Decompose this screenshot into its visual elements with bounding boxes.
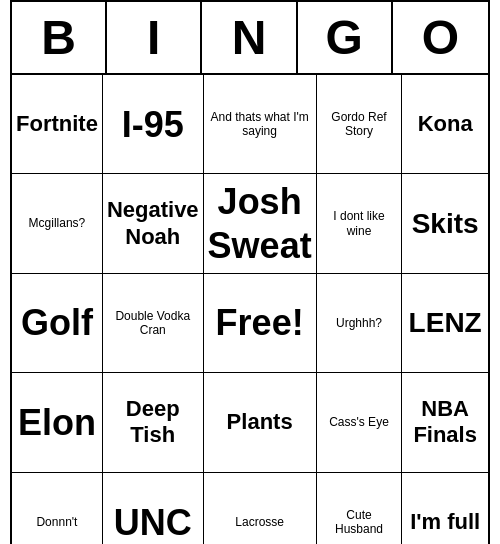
cell-label: Skits — [412, 207, 479, 241]
bingo-cell[interactable]: Negative Noah — [103, 174, 204, 273]
bingo-cell[interactable]: Double Vodka Cran — [103, 274, 204, 373]
header-letter: I — [107, 2, 202, 73]
bingo-cell[interactable]: Cass's Eye — [317, 373, 403, 472]
cell-label: Elon — [18, 401, 96, 444]
bingo-cell[interactable]: NBA Finals — [402, 373, 488, 472]
cell-label: Lacrosse — [235, 515, 284, 529]
bingo-cell[interactable]: I dont like wine — [317, 174, 403, 273]
cell-label: And thats what I'm saying — [208, 110, 312, 139]
bingo-cell[interactable]: Golf — [12, 274, 103, 373]
cell-label: Negative Noah — [107, 197, 199, 250]
bingo-cell[interactable]: LENZ — [402, 274, 488, 373]
bingo-cell[interactable]: Plants — [204, 373, 317, 472]
cell-label: Urghhh? — [336, 316, 382, 330]
cell-label: I-95 — [122, 103, 184, 146]
bingo-cell[interactable]: Lacrosse — [204, 473, 317, 545]
bingo-cell[interactable]: And thats what I'm saying — [204, 75, 317, 174]
bingo-cell[interactable]: Josh Sweat — [204, 174, 317, 273]
cell-label: Double Vodka Cran — [107, 309, 199, 338]
bingo-cell[interactable]: Kona — [402, 75, 488, 174]
cell-label: Free! — [216, 301, 304, 344]
cell-label: Cute Husband — [321, 508, 398, 537]
bingo-cell[interactable]: Urghhh? — [317, 274, 403, 373]
cell-label: I dont like wine — [321, 209, 398, 238]
cell-label: Josh Sweat — [208, 180, 312, 266]
bingo-cell[interactable]: I-95 — [103, 75, 204, 174]
header-letter: G — [298, 2, 393, 73]
bingo-grid: FortniteI-95And thats what I'm sayingGor… — [12, 75, 488, 544]
cell-label: NBA Finals — [406, 396, 484, 449]
cell-label: I'm full — [410, 509, 480, 535]
bingo-cell[interactable]: Mcgillans? — [12, 174, 103, 273]
bingo-cell[interactable]: Elon — [12, 373, 103, 472]
cell-label: Golf — [21, 301, 93, 344]
bingo-card: BINGO FortniteI-95And thats what I'm say… — [10, 0, 490, 544]
bingo-cell[interactable]: UNC — [103, 473, 204, 545]
header-letter: B — [12, 2, 107, 73]
cell-label: Fortnite — [16, 111, 98, 137]
bingo-cell[interactable]: Donnn't — [12, 473, 103, 545]
bingo-header: BINGO — [12, 2, 488, 75]
cell-label: Cass's Eye — [329, 415, 389, 429]
cell-label: Mcgillans? — [29, 216, 86, 230]
bingo-cell[interactable]: Cute Husband — [317, 473, 403, 545]
bingo-cell[interactable]: Deep Tish — [103, 373, 204, 472]
cell-label: Deep Tish — [107, 396, 199, 449]
cell-label: LENZ — [409, 306, 482, 340]
bingo-cell[interactable]: Fortnite — [12, 75, 103, 174]
cell-label: Kona — [418, 111, 473, 137]
cell-label: Donnn't — [36, 515, 77, 529]
bingo-cell[interactable]: Free! — [204, 274, 317, 373]
header-letter: O — [393, 2, 488, 73]
cell-label: Plants — [227, 409, 293, 435]
bingo-cell[interactable]: Gordo Ref Story — [317, 75, 403, 174]
bingo-cell[interactable]: Skits — [402, 174, 488, 273]
header-letter: N — [202, 2, 297, 73]
cell-label: UNC — [114, 501, 192, 544]
cell-label: Gordo Ref Story — [321, 110, 398, 139]
bingo-cell[interactable]: I'm full — [402, 473, 488, 545]
